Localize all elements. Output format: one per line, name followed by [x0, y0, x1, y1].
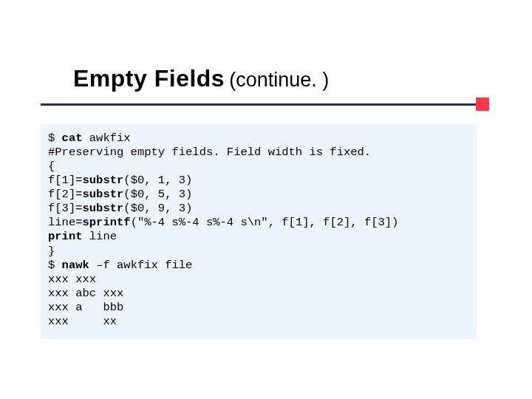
- code-line: f[2]=substr($0, 5, 3): [48, 188, 192, 201]
- code-line: }: [48, 245, 55, 258]
- code-line: print line: [48, 230, 117, 243]
- code-line: line=sprintf("%-4 s%-4 s%-4 s\n", f[1], …: [48, 216, 398, 229]
- accent-square: [476, 98, 489, 111]
- title-rule: [41, 103, 476, 106]
- code-line: xxx xx: [48, 315, 117, 328]
- code-line: f[3]=substr($0, 9, 3): [48, 202, 192, 215]
- code-line: xxx a bbb: [48, 301, 123, 314]
- code-line: {: [48, 160, 55, 173]
- code-line: $ cat awkfix: [48, 132, 131, 145]
- code-line: xxx xxx: [48, 273, 96, 286]
- code-line: f[1]=substr($0, 1, 3): [48, 174, 192, 187]
- code-line: $ nawk –f awkfix file: [48, 259, 192, 272]
- title-main: Empty Fields: [73, 65, 225, 92]
- code-line: xxx abc xxx: [48, 287, 123, 300]
- title-cont: (continue. ): [229, 69, 329, 92]
- slide-title: Empty Fields (continue. ): [73, 65, 487, 92]
- code-line: #Preserving empty fields. Field width is…: [48, 146, 371, 159]
- code-block: $ cat awkfix #Preserving empty fields. F…: [41, 124, 477, 339]
